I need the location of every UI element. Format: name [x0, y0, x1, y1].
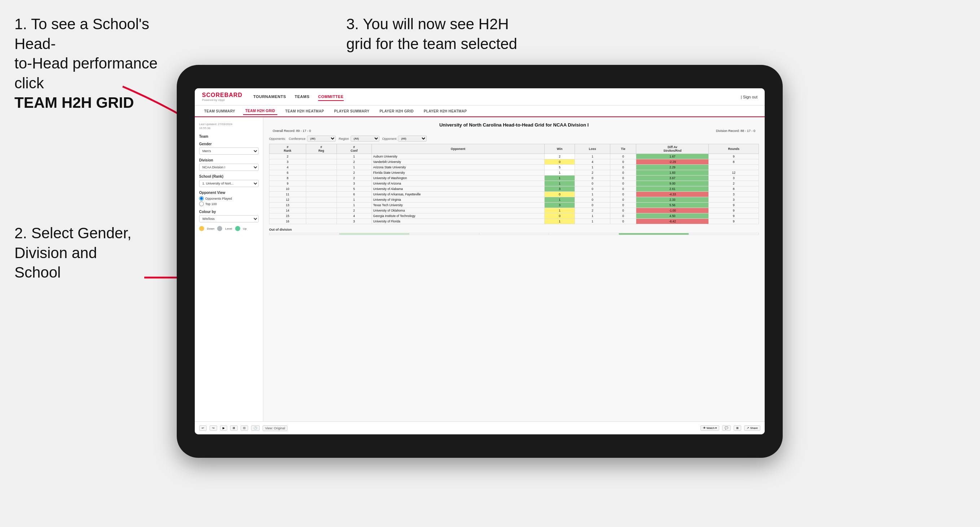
- cell-reg: [306, 181, 337, 186]
- cell-loss: 2: [574, 170, 610, 176]
- cell-rank: 10: [269, 186, 306, 192]
- cell-rounds: 8: [709, 186, 759, 192]
- cell-win: 3: [545, 186, 575, 192]
- cell-tie: 0: [610, 154, 636, 159]
- cell-opponent: University of Oklahoma: [372, 208, 545, 213]
- colour-section: Colour by Win/loss: [199, 210, 259, 222]
- table-row: 15 4 Georgia Institute of Technology 0 1…: [269, 213, 759, 219]
- school-select[interactable]: 1. University of Nort...: [199, 180, 259, 187]
- col-opponent: Opponent: [372, 144, 545, 154]
- redo-button[interactable]: ↪: [210, 425, 217, 431]
- cell-rounds: 9: [709, 213, 759, 219]
- table-row: 10 5 University of Alabama 3 0 0 2.61 8: [269, 186, 759, 192]
- cell-opponent: Arizona State University: [372, 165, 545, 170]
- ood-diff: [619, 233, 689, 235]
- tab-player-h2h-heatmap[interactable]: PLAYER H2H HEATMAP: [422, 108, 469, 114]
- cell-loss: 0: [574, 176, 610, 181]
- nav-teams[interactable]: TEAMS: [295, 93, 309, 101]
- cell-conf: 3: [337, 181, 372, 186]
- share2-button[interactable]: ⊞: [733, 425, 741, 431]
- cell-tie: 0: [610, 192, 636, 197]
- last-updated: Last Updated: 27/03/2024 16:55:38: [199, 122, 259, 130]
- cell-diff: 1.83: [636, 170, 709, 176]
- opponent-filter: Opponent (All): [382, 135, 427, 142]
- col-tie: Tie: [610, 144, 636, 154]
- table-row: 12 1 University of Virginia 1 0 0 2.33 3: [269, 197, 759, 203]
- cell-diff: 5.56: [636, 203, 709, 208]
- table-row: 3 2 Vanderbilt University 0 4 0 -2.29 8: [269, 159, 759, 165]
- cell-win: 2: [545, 154, 575, 159]
- out-of-division-table: [269, 233, 759, 235]
- overall-record: Overall Record: 89 - 17 - 0: [273, 129, 311, 133]
- colour-by-select[interactable]: Win/loss: [199, 215, 259, 222]
- region-select[interactable]: (All): [351, 135, 379, 142]
- cell-rank: 9: [269, 181, 306, 186]
- conference-select[interactable]: (All): [307, 135, 336, 142]
- view-original-button[interactable]: View: Original: [262, 425, 288, 431]
- colour-by-label: Colour by: [199, 210, 259, 214]
- division-select[interactable]: NCAA Division I: [199, 163, 259, 171]
- cell-reg: [306, 192, 337, 197]
- cell-reg: [306, 208, 337, 213]
- cell-loss: 0: [574, 186, 610, 192]
- clock-button[interactable]: 🕐: [251, 425, 260, 431]
- cell-conf: 1: [337, 154, 372, 159]
- tab-team-h2h-grid[interactable]: TEAM H2H GRID: [243, 108, 277, 115]
- cell-diff: 2.33: [636, 197, 709, 203]
- cell-tie: 0: [610, 176, 636, 181]
- data-panel: University of North Carolina Head-to-Hea…: [263, 117, 765, 421]
- gender-label: Gender: [199, 142, 259, 146]
- cell-win: 0: [545, 159, 575, 165]
- nav-committee[interactable]: COMMITTEE: [318, 93, 344, 101]
- cell-conf: 3: [337, 219, 372, 224]
- cell-opponent: Auburn University: [372, 154, 545, 159]
- cell-win: 5: [545, 165, 575, 170]
- comment-button[interactable]: 💬: [722, 425, 731, 431]
- cell-conf: 4: [337, 213, 372, 219]
- ood-name: [339, 233, 409, 235]
- radio-top-100[interactable]: Top 100: [199, 202, 259, 206]
- region-label: Region: [339, 137, 349, 141]
- down-dot: [199, 226, 204, 231]
- cell-diff: -1.00: [636, 208, 709, 213]
- ood-tie: [549, 233, 619, 235]
- annotation-2: 2. Select Gender, Division and School: [14, 224, 151, 283]
- logo-text: SCOREBARD: [202, 92, 242, 98]
- tab-player-h2h-grid[interactable]: PLAYER H2H GRID: [377, 108, 416, 114]
- logo: SCOREBARD Powered by clippi: [202, 92, 242, 102]
- gender-select[interactable]: Men's: [199, 148, 259, 155]
- radio-group: Opponents Played Top 100: [199, 196, 259, 206]
- crop-button[interactable]: ⊞: [230, 425, 238, 431]
- cell-loss: 1: [574, 192, 610, 197]
- cell-rank: 8: [269, 176, 306, 181]
- tab-team-summary[interactable]: TEAM SUMMARY: [202, 108, 237, 114]
- sign-out-button[interactable]: | Sign out: [741, 95, 757, 99]
- cell-diff: 2.29: [636, 165, 709, 170]
- team-section: Team: [199, 135, 259, 138]
- cell-tie: 0: [610, 208, 636, 213]
- cell-rounds: 2: [709, 181, 759, 186]
- cell-win: 1: [545, 176, 575, 181]
- share-button[interactable]: ↗ Share: [744, 425, 760, 431]
- cell-rank: 14: [269, 208, 306, 213]
- cell-win: 1: [545, 219, 575, 224]
- cell-tie: 0: [610, 170, 636, 176]
- arrange-button[interactable]: ⊡: [240, 425, 248, 431]
- tab-player-summary[interactable]: PLAYER SUMMARY: [332, 108, 372, 114]
- cell-rank: 11: [269, 192, 306, 197]
- undo-button[interactable]: ↩: [199, 425, 207, 431]
- cell-conf: 1: [337, 165, 372, 170]
- cell-rank: 3: [269, 159, 306, 165]
- division-section: Division NCAA Division I: [199, 158, 259, 171]
- radio-opponents-played[interactable]: Opponents Played: [199, 196, 259, 201]
- opponents-label: Opponents:: [269, 137, 286, 141]
- tab-team-h2h-heatmap[interactable]: TEAM H2H HEATMAP: [283, 108, 326, 114]
- ood-loss: [479, 233, 549, 235]
- forward-button[interactable]: ▶: [220, 425, 227, 431]
- watch-button[interactable]: 👁 Watch ▾: [700, 425, 719, 431]
- cell-loss: 4: [574, 159, 610, 165]
- col-win: Win: [545, 144, 575, 154]
- cell-reg: [306, 154, 337, 159]
- opponent-select[interactable]: (All): [398, 135, 427, 142]
- nav-tournaments[interactable]: TOURNAMENTS: [253, 93, 286, 101]
